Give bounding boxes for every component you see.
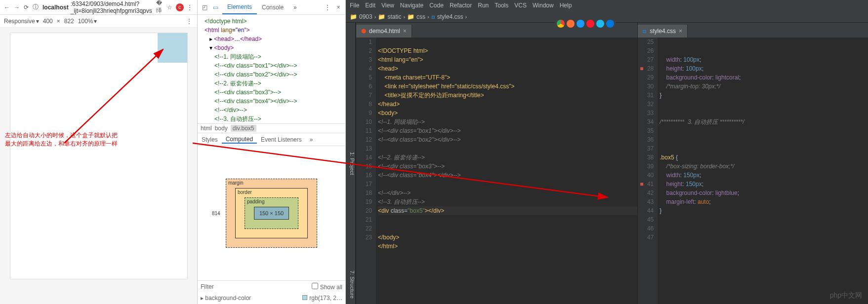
rendered-page xyxy=(10,33,188,279)
chrome-browser: ← → ⟳ ⓘ localhost:63342/0903/demo4.html?… xyxy=(0,0,198,304)
menu-view[interactable]: View xyxy=(381,2,394,9)
gutter-html: 1234567891011121314151617181920212223 xyxy=(356,38,376,304)
sidebar-structure[interactable]: 7: Structure xyxy=(346,265,356,304)
tab-elements[interactable]: Elements xyxy=(222,0,257,14)
translate-icon[interactable]: �绎 xyxy=(156,3,164,11)
editor-pane-html: ⬢ demo4.html × 1234567891011121314151617… xyxy=(356,23,637,304)
zoom-select[interactable]: 100% ▾ xyxy=(78,18,97,25)
breadcrumb[interactable]: html body div.box5 xyxy=(198,123,345,133)
folder-icon: 📁 xyxy=(350,13,357,20)
device-icon[interactable]: ▭ xyxy=(211,3,219,11)
more-icon[interactable]: ⋮ xyxy=(324,3,331,11)
more-icon[interactable]: ⋮ xyxy=(185,17,193,25)
safari-icon[interactable] xyxy=(577,20,584,28)
devtools-panel: ◰ ▭ Elements Console » ⋮ × <!doctype htm… xyxy=(198,0,346,304)
ide-window: File Edit View Navigate Code Refactor Ru… xyxy=(346,0,868,304)
css-icon: ⧈ xyxy=(431,13,435,20)
firefox-icon[interactable] xyxy=(567,20,575,28)
edge-icon[interactable] xyxy=(606,20,614,28)
close-icon[interactable]: × xyxy=(403,28,407,35)
code-html[interactable]: <!DOCTYPE html> <html lang="en"> <head> … xyxy=(376,38,637,304)
responsive-toolbar: Responsive ▾ 400 × 822 100% ▾ ⋮ xyxy=(0,15,197,28)
menu-vcs[interactable]: VCS xyxy=(514,2,527,9)
box5-element xyxy=(158,33,187,63)
code-css[interactable]: width: 100px; height: 100px; background-… xyxy=(658,38,868,304)
folder-icon: 📁 xyxy=(407,13,414,20)
width-input[interactable]: 400 xyxy=(43,18,53,25)
tab-style4-css[interactable]: ⧈ style4.css × xyxy=(638,25,688,38)
info-icon[interactable]: ⓘ xyxy=(33,3,39,11)
address-bar: ← → ⟳ ⓘ localhost:63342/0903/demo4.html?… xyxy=(0,0,197,15)
forward-icon[interactable]: → xyxy=(14,3,20,11)
ide-menu-bar: File Edit View Navigate Code Refactor Ru… xyxy=(346,0,868,11)
editor-pane-css: ⧈ style4.css × 2526272829303132333435363… xyxy=(637,23,868,304)
menu-help[interactable]: Help xyxy=(560,2,572,9)
annotation-text: 左边给自动大小的时候，这个盒子就默认把 最大的距离给左边，和靠右对齐的原理一样 xyxy=(5,131,118,148)
menu-file[interactable]: File xyxy=(350,2,359,9)
tab-demo4-html[interactable]: ⬢ demo4.html × xyxy=(356,25,412,38)
dim-sep: × xyxy=(57,18,60,25)
tab-more[interactable]: » xyxy=(306,136,317,143)
close-icon[interactable]: × xyxy=(679,28,682,35)
dom-tree[interactable]: <!doctype html> <html lang="en"> ▸ <head… xyxy=(198,15,345,123)
menu-navigate[interactable]: Navigate xyxy=(400,2,423,9)
sidebar-project[interactable]: 1: Project xyxy=(346,23,356,304)
menu-window[interactable]: Window xyxy=(533,2,554,9)
color-swatch xyxy=(302,295,307,300)
viewport: 左边给自动大小的时候，这个盒子就默认把 最大的距离给左边，和靠右对齐的原理一样 xyxy=(0,28,197,304)
menu-tools[interactable]: Tools xyxy=(495,2,508,9)
device-select[interactable]: Responsive ▾ xyxy=(4,18,39,25)
tab-styles[interactable]: Styles xyxy=(198,136,222,143)
menu-edit[interactable]: Edit xyxy=(365,2,375,9)
filter-row: Filter Show all xyxy=(198,280,345,292)
back-icon[interactable]: ← xyxy=(4,3,10,11)
folder-icon: 📁 xyxy=(378,13,385,20)
url-input[interactable]: localhost:63342/0903/demo4.html?_ijt=8io… xyxy=(42,0,152,14)
more-icon[interactable]: ⋮ xyxy=(186,3,194,11)
css-icon: ⧈ xyxy=(643,28,647,35)
show-all-checkbox[interactable]: Show all xyxy=(312,283,342,291)
gutter-marker-icon: ■ xyxy=(640,64,643,73)
tab-computed[interactable]: Computed xyxy=(222,136,257,144)
menu-code[interactable]: Code xyxy=(429,2,444,9)
devtools-toolbar: ◰ ▭ Elements Console » ⋮ × xyxy=(198,0,345,15)
html-icon: ⬢ xyxy=(361,28,366,35)
profile-avatar[interactable]: c xyxy=(176,3,184,11)
reload-icon[interactable]: ⟳ xyxy=(24,3,29,11)
gutter-css: 2526272829303132333435363738394041424344… xyxy=(638,38,658,304)
computed-property-row[interactable]: ▸ background-color rgb(173, 2… xyxy=(198,292,345,304)
menu-run[interactable]: Run xyxy=(478,2,489,9)
menu-refactor[interactable]: Refactor xyxy=(450,2,472,9)
tab-more[interactable]: » xyxy=(289,0,302,14)
styles-tabs: Styles Computed Event Listeners » xyxy=(198,133,345,146)
ie-icon[interactable] xyxy=(596,20,604,28)
browser-icons-toolbar[interactable] xyxy=(555,18,616,30)
filter-input[interactable]: Filter xyxy=(201,283,214,290)
url-host: localhost xyxy=(42,4,69,11)
tab-event-listeners[interactable]: Event Listeners xyxy=(257,136,306,143)
url-path: :63342/0903/demo4.html?_ijt=8ionjli23hri… xyxy=(71,0,152,14)
gutter-marker-icon: ■ xyxy=(640,180,643,189)
tab-console[interactable]: Console xyxy=(257,0,289,14)
inspect-icon[interactable]: ◰ xyxy=(201,3,208,11)
opera-icon[interactable] xyxy=(586,20,594,28)
watermark: php中文网 xyxy=(830,291,862,300)
star-icon[interactable]: ☆ xyxy=(166,3,174,11)
box-model-diagram: 814 margin border padding 150 × 150 xyxy=(198,146,345,280)
chrome-icon[interactable] xyxy=(557,20,565,28)
close-icon[interactable]: × xyxy=(334,3,342,11)
height-input[interactable]: 822 xyxy=(64,18,74,25)
